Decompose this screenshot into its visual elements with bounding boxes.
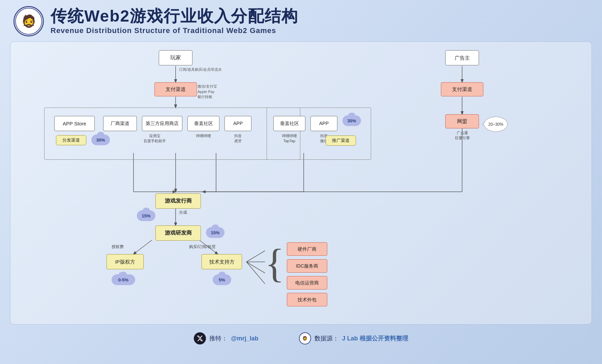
vertical-community-2-box: 垂直社区 xyxy=(273,116,305,131)
purchase-sub-label: 购买/订阅/租赁 xyxy=(189,244,216,250)
idc-service-box: IDC服务商 xyxy=(287,259,327,273)
third-party-sub-label: 应用宝百度手机助手 xyxy=(144,133,166,144)
svg-line-14 xyxy=(246,262,265,273)
tech-outsource-box: 技术外包 xyxy=(287,293,327,306)
network-alliance-sub: 广点通巨量引擎 xyxy=(446,130,478,141)
game-publisher-box: 游戏发行商 xyxy=(155,193,201,209)
title-en: Revenue Distribution Structure of Tradit… xyxy=(51,26,298,35)
svg-line-12 xyxy=(246,251,265,262)
percent-30-cloud-1: 30% xyxy=(91,134,110,145)
app-1-sub: 抖音虎牙 xyxy=(225,133,251,144)
data-source-text: J Lab 根据公开资料整理 xyxy=(342,334,408,342)
header: 🧔 传统Web2游戏行业收入分配结构 Revenue Distribution … xyxy=(0,0,602,40)
vertical-community-1-box: 垂直社区 xyxy=(187,116,219,131)
game-developer-box: 游戏研发商 xyxy=(155,225,201,241)
jlab-logo: 🧔 xyxy=(299,332,311,344)
percent-15-cloud-2: 15% xyxy=(206,227,224,238)
title-cn: 传统Web2游戏行业收入分配结构 xyxy=(51,7,298,25)
payment-channel-1-box: 支付渠道 xyxy=(154,82,197,96)
app-2-box: APP xyxy=(310,116,337,131)
hardware-vendor-box: 硬件厂商 xyxy=(287,242,327,256)
left-section-box xyxy=(44,108,300,160)
data-source-label: 数据源： xyxy=(314,334,339,342)
footer-twitter: 推特： @mrj_lab xyxy=(194,332,259,344)
footer-data-source: 🧔 数据源： J Lab 根据公开资料整理 xyxy=(299,332,408,344)
svg-line-15 xyxy=(246,262,265,284)
third-party-store-box: 第三方应用商店 xyxy=(142,116,182,131)
payment-channel-2-box: 支付渠道 xyxy=(441,82,483,96)
logo: 🧔 xyxy=(13,6,44,36)
logo-face: 🧔 xyxy=(21,14,36,28)
diagram-container: 玩家 订阅/道具购买/会员等流水 支付渠道 微信/支付宝 Apple Pay 银… xyxy=(10,41,592,325)
footer: 推特： @mrj_lab 🧔 数据源： J Lab 根据公开资料整理 xyxy=(0,330,602,347)
player-box: 玩家 xyxy=(159,50,192,65)
app-store-box: APP Store xyxy=(54,116,95,131)
network-alliance-box: 网盟 xyxy=(445,114,479,128)
percent-0-5-cloud: 0-5% xyxy=(112,274,135,285)
twitter-label: 推特： xyxy=(209,334,228,342)
percent-30-cloud-2: 30% xyxy=(342,115,361,126)
curly-brace: { xyxy=(265,243,284,284)
distribution-channel-box: 分发渠道 xyxy=(56,135,86,145)
manufacturer-channel-box: 厂商渠道 xyxy=(103,116,137,131)
app-1-box: APP xyxy=(224,116,251,131)
header-titles: 传统Web2游戏行业收入分配结构 Revenue Distribution St… xyxy=(51,7,298,35)
payment-methods-label: 微信/支付宝 Apple Pay 银行转账 xyxy=(198,79,217,100)
percent-15-cloud-1: 15% xyxy=(137,210,155,221)
tech-support-box: 技术支持方 xyxy=(202,254,242,269)
telecom-box: 电信运营商 xyxy=(287,276,327,290)
license-fee-label: 授权费 xyxy=(112,244,124,250)
twitter-icon xyxy=(194,332,206,344)
promote-channel-box: 推广渠道 xyxy=(326,135,356,146)
revenue-share-label: 分成 xyxy=(179,210,187,215)
speech-bubble-percent: 20~30% xyxy=(484,117,508,132)
svg-line-10 xyxy=(133,240,152,254)
percent-5-cloud: 5% xyxy=(213,274,231,285)
twitter-handle: @mrj_lab xyxy=(231,335,259,342)
player-flow-label: 订阅/道具购买/会员等流水 xyxy=(179,67,222,72)
vertical-community-2-sub: 哔哩哔哩TapTap xyxy=(273,133,305,144)
ip-rights-box: IP版权方 xyxy=(107,254,144,269)
advertiser-box: 广告主 xyxy=(445,50,479,65)
vertical-community-1-sub: 哔哩哔哩 xyxy=(189,133,218,139)
